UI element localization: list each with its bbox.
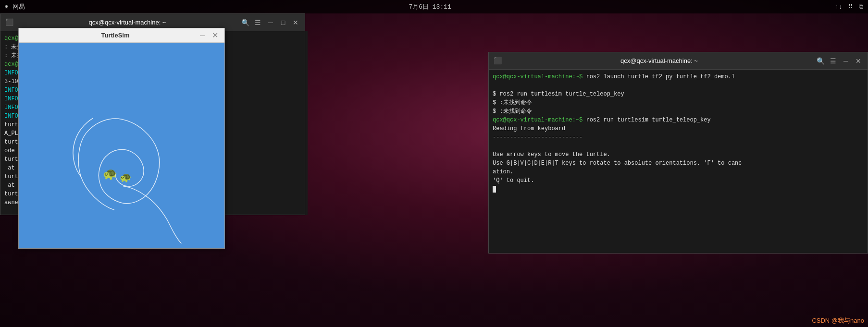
taskbar-app-label: 网易 [12,2,25,11]
terminal-right-line: qcx@qcx-virtual-machine:~$ ros2 launch t… [493,73,864,81]
terminal-left-close-btn[interactable]: ✕ [291,18,300,27]
taskbar-clock: 7月6日 13:11 [409,2,451,11]
terminal-right-title: qcx@qcx-virtual-machine: ~ [620,57,698,64]
turtle-path-svg [19,43,224,248]
terminal-right-line: Use G|B|V|C|D|E|R|T keys to rotate to ab… [493,159,864,168]
taskbar-network-icon: ↑↓ [835,3,843,11]
terminal-right-line: ation. [493,168,864,176]
taskbar-left: ⊞ 网易 [5,2,25,11]
terminal-left-menu-btn[interactable]: ☰ [254,18,262,27]
terminal-right-line [493,81,864,90]
turtlesim-titlebar: TurtleSim ─ ✕ [19,28,224,43]
taskbar-apps-icon: ⠿ [848,3,853,11]
terminal-left-term-icon: ⬛ [5,18,13,26]
turtlesim-close-btn[interactable]: ✕ [210,31,220,40]
terminal-right-window: ⬛ qcx@qcx-virtual-machine: ~ 🔍 ☰ ─ ✕ qcx… [488,52,868,254]
terminal-right-menu-btn[interactable]: ☰ [829,57,838,65]
terminal-right-search-btn[interactable]: 🔍 [817,57,825,65]
terminal-right-line: $ :未找到命令 [493,98,864,107]
terminal-left-search-btn[interactable]: 🔍 [241,18,250,27]
terminal-left-minimize-btn[interactable]: ─ [266,18,275,27]
taskbar-menu-icon[interactable]: ⊞ [5,3,9,11]
terminal-left-buttons: 🔍 ☰ ─ □ ✕ [241,18,300,27]
terminal-right-line: 'Q' to quit. [493,176,864,185]
csdn-label: CSDN @我与nano [812,317,864,324]
terminal-right-line: $ :未找到命令 [493,107,864,116]
turtle1-sprite: 🐢 [103,167,117,181]
terminal-right-content: qcx@qcx-virtual-machine:~$ ros2 launch t… [489,70,868,253]
terminal-right-close-btn[interactable]: ✕ [854,57,863,65]
terminal-right-line: Reading from keyboard [493,124,864,133]
terminal-right-icons: ⬛ [494,57,502,65]
turtle2-sprite: 🐢 [120,171,132,183]
terminal-left-icons: ⬛ [5,18,13,26]
turtlesim-minimize-btn[interactable]: ─ [198,31,207,40]
turtlesim-window: TurtleSim ─ ✕ 🐢 🐢 [18,28,225,249]
terminal-right-buttons: 🔍 ☰ ─ ✕ [817,57,863,65]
terminal-right-minimize-btn[interactable]: ─ [842,57,850,65]
terminal-right-line [493,142,864,150]
bottom-bar: CSDN @我与nano [808,315,868,327]
terminal-right-term-icon: ⬛ [494,57,502,65]
terminal-left-title: qcx@qcx-virtual-machine: ~ [89,19,166,26]
turtlesim-title: TurtleSim [101,32,130,39]
taskbar-right: ↑↓ ⠿ ⧉ [835,3,863,11]
terminal-right-cursor-line [493,185,864,194]
terminal-right-titlebar: ⬛ qcx@qcx-virtual-machine: ~ 🔍 ☰ ─ ✕ [489,52,868,70]
taskbar-window-icon: ⧉ [859,3,863,11]
terminal-right-line: -------------------------- [493,133,864,142]
terminal-right-line: Use arrow keys to move the turtle. [493,150,864,159]
terminal-right-line: $ ros2 run turtlesim turtle_teleop_key [493,90,864,98]
terminal-left-maximize-btn[interactable]: □ [279,18,287,27]
taskbar-top: ⊞ 网易 7月6日 13:11 ↑↓ ⠿ ⧉ [0,0,868,13]
terminal-right-line: qcx@qcx-virtual-machine:~$ ros2 run turt… [493,116,864,124]
turtlesim-canvas: 🐢 🐢 [19,43,224,248]
